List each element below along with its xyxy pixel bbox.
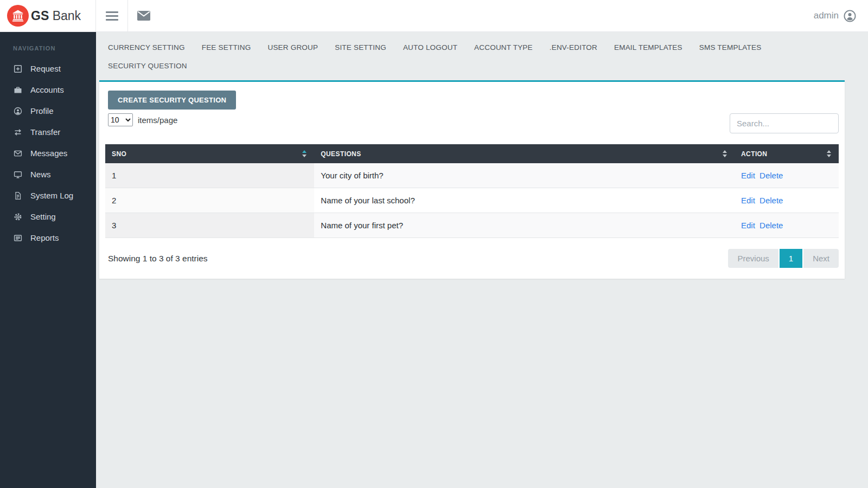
sidebar-item-accounts[interactable]: Accounts — [0, 79, 96, 100]
username-label: admin — [814, 10, 839, 21]
page-size-label: items/page — [138, 115, 177, 125]
column-header-questions[interactable]: QUESTIONS — [314, 144, 735, 163]
search-input[interactable] — [730, 113, 839, 133]
cell-question: Name of your first pet? — [314, 213, 735, 238]
tab-currency-setting[interactable]: CURRENCY SETTING — [108, 43, 185, 52]
sort-icon[interactable] — [722, 149, 728, 158]
brand-name-light: Bank — [53, 9, 81, 23]
sidebar-item-label: News — [30, 170, 51, 179]
briefcase-icon — [13, 86, 22, 94]
sidebar: NAVIGATION Request Accounts — [0, 32, 96, 488]
pagination-previous-button[interactable]: Previous — [728, 249, 778, 268]
sort-icon[interactable] — [301, 149, 308, 158]
cell-question: Name of your last school? — [314, 188, 735, 213]
sidebar-item-news[interactable]: News — [0, 164, 96, 185]
messages-button[interactable] — [128, 0, 159, 31]
sidebar-item-label: Reports — [30, 233, 59, 242]
cell-actions: Edit Delete — [735, 163, 839, 188]
column-header-sno[interactable]: SNO — [105, 144, 314, 163]
envelope-icon — [13, 149, 22, 158]
create-security-question-button[interactable]: CREATE SECURITY QUESTION — [108, 91, 236, 110]
cell-question: Your city of birth? — [314, 163, 735, 188]
sidebar-item-request[interactable]: Request — [0, 58, 96, 79]
sidebar-item-messages[interactable]: Messages — [0, 143, 96, 164]
table-row: 3 Name of your first pet? Edit Delete — [105, 213, 839, 238]
gear-icon — [13, 213, 22, 221]
app-window: GS Bank admin — [0, 0, 868, 488]
user-icon — [13, 107, 22, 115]
column-label: SNO — [112, 150, 126, 158]
sidebar-item-label: Profile — [30, 106, 54, 115]
tab-email-templates[interactable]: EMAIL TEMPLATES — [614, 43, 682, 52]
cell-sno: 2 — [105, 188, 314, 213]
edit-link[interactable]: Edit — [741, 196, 755, 205]
sidebar-item-transfer[interactable]: Transfer — [0, 121, 96, 143]
cell-actions: Edit Delete — [735, 188, 839, 213]
sidebar-item-profile[interactable]: Profile — [0, 100, 96, 121]
sidebar-item-label: Accounts — [30, 85, 64, 94]
hamburger-icon — [106, 11, 118, 21]
tab-fee-setting[interactable]: FEE SETTING — [202, 43, 251, 52]
topbar: GS Bank admin — [0, 0, 868, 32]
edit-link[interactable]: Edit — [741, 221, 755, 230]
plus-square-icon — [13, 65, 22, 73]
sidebar-item-label: System Log — [30, 191, 73, 200]
tab-site-setting[interactable]: SITE SETTING — [335, 43, 386, 52]
sidebar-toggle-button[interactable] — [96, 0, 127, 31]
edit-link[interactable]: Edit — [741, 171, 755, 180]
column-header-action[interactable]: ACTION — [735, 144, 839, 163]
monitor-icon — [13, 170, 22, 179]
user-avatar-icon — [844, 10, 856, 22]
page-size-control: 10 items/page — [108, 113, 177, 126]
sidebar-section-label: NAVIGATION — [0, 38, 96, 58]
pagination-next-button[interactable]: Next — [803, 249, 839, 268]
page-size-select[interactable]: 10 — [108, 113, 133, 126]
cell-sno: 3 — [105, 213, 314, 238]
sidebar-item-setting[interactable]: Setting — [0, 206, 96, 227]
delete-link[interactable]: Delete — [760, 196, 783, 205]
main-content: CURRENCY SETTING FEE SETTING USER GROUP … — [96, 32, 868, 488]
tab-env-editor[interactable]: .ENV-EDITOR — [550, 43, 597, 52]
sidebar-item-label: Setting — [30, 212, 56, 221]
table-header-row: SNO QUESTIONS ACTION — [105, 144, 839, 163]
cell-sno: 1 — [105, 163, 314, 188]
tab-sms-templates[interactable]: SMS TEMPLATES — [699, 43, 762, 52]
tab-user-group[interactable]: USER GROUP — [267, 43, 318, 52]
tab-auto-logout[interactable]: AUTO LOGOUT — [403, 43, 457, 52]
brand-name: GS Bank — [31, 9, 81, 23]
sidebar-item-reports[interactable]: Reports — [0, 227, 96, 248]
column-label: QUESTIONS — [321, 150, 361, 158]
tab-account-type[interactable]: ACCOUNT TYPE — [474, 43, 533, 52]
table-row: 2 Name of your last school? Edit Delete — [105, 188, 839, 213]
pagination: Previous 1 Next — [728, 249, 839, 268]
sidebar-item-system-log[interactable]: System Log — [0, 185, 96, 206]
column-label: ACTION — [741, 150, 767, 158]
tab-security-question[interactable]: SECURITY QUESTION — [108, 62, 187, 70]
brand[interactable]: GS Bank — [0, 0, 96, 31]
settings-tabs: CURRENCY SETTING FEE SETTING USER GROUP … — [96, 32, 868, 70]
sidebar-item-label: Transfer — [30, 127, 60, 137]
list-icon — [13, 234, 22, 242]
table-row: 1 Your city of birth? Edit Delete — [105, 163, 839, 188]
bank-logo-icon — [7, 5, 29, 27]
user-menu[interactable]: admin — [814, 0, 868, 31]
entries-info: Showing 1 to 3 of 3 entries — [108, 254, 208, 264]
cell-actions: Edit Delete — [735, 213, 839, 238]
brand-name-bold: GS — [31, 9, 49, 23]
security-questions-table: SNO QUESTIONS ACTION — [105, 144, 839, 238]
envelope-icon — [137, 11, 150, 21]
sidebar-item-label: Messages — [30, 149, 67, 158]
delete-link[interactable]: Delete — [760, 171, 783, 180]
delete-link[interactable]: Delete — [760, 221, 783, 230]
pagination-page-1-button[interactable]: 1 — [780, 249, 802, 268]
sort-icon[interactable] — [826, 149, 832, 158]
sidebar-item-label: Request — [30, 64, 61, 73]
transfer-arrows-icon — [13, 128, 22, 137]
document-icon — [13, 191, 22, 200]
security-question-panel: CREATE SECURITY QUESTION 10 items/page S… — [99, 80, 845, 279]
